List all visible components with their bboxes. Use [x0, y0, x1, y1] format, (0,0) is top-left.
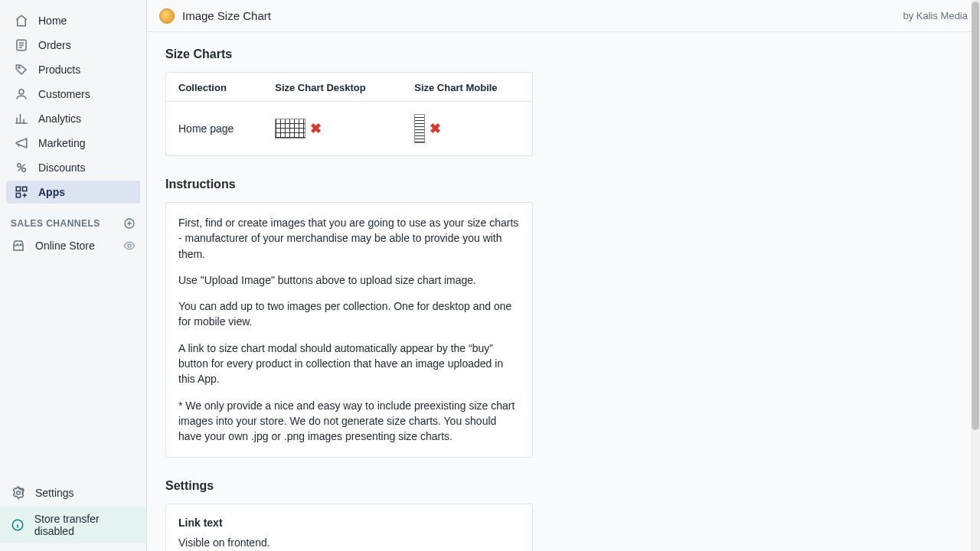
svg-rect-6 [23, 187, 27, 191]
instructions-p4: A link to size chart modal should automa… [178, 341, 520, 387]
sidebar-item-products[interactable]: Products [6, 58, 140, 81]
add-channel-icon[interactable] [123, 217, 136, 230]
nav-label: Analytics [38, 112, 81, 125]
sidebar-item-orders[interactable]: Orders [6, 34, 140, 57]
sidebar-bottom: Settings Store transfer disabled [0, 479, 146, 551]
analytics-icon [14, 111, 29, 126]
svg-point-2 [19, 90, 24, 94]
sidebar-item-analytics[interactable]: Analytics [6, 107, 140, 130]
settings-card: Link text Visible on frontend. Save [165, 504, 533, 551]
remove-desktop-icon[interactable]: ✖ [310, 122, 322, 135]
store-transfer-label: Store transfer disabled [34, 513, 136, 537]
instructions-p1: First, find or create images that you ar… [178, 215, 520, 262]
instructions-p3: You can add up to two images per collect… [178, 298, 520, 330]
desktop-thumbnail[interactable] [275, 119, 305, 139]
link-text-label: Link text [178, 517, 520, 529]
nav-label: Discounts [38, 161, 85, 174]
sidebar-item-apps[interactable]: Apps [6, 181, 140, 204]
sidebar: Home Orders Products Customers Analytics [0, 0, 147, 551]
nav-label: Home [38, 15, 67, 27]
col-mobile: Size Chart Mobile [402, 73, 532, 102]
channel-online-store[interactable]: Online Store [0, 234, 146, 257]
tag-icon [14, 62, 29, 77]
svg-rect-5 [16, 187, 20, 191]
sidebar-item-discounts[interactable]: Discounts [6, 156, 140, 179]
cell-collection: Home page [166, 102, 263, 156]
size-charts-card: Collection Size Chart Desktop Size Chart… [165, 72, 533, 156]
svg-point-4 [22, 168, 26, 172]
channel-label: Online Store [35, 240, 95, 252]
sales-channels-header: SALES CHANNELS [0, 205, 146, 234]
main: Image Size Chart by Kalis Media Size Cha… [147, 0, 980, 551]
nav-list: Home Orders Products Customers Analytics [0, 9, 146, 205]
sidebar-item-home[interactable]: Home [6, 9, 140, 32]
gear-icon [11, 485, 26, 500]
sidebar-item-marketing[interactable]: Marketing [6, 132, 140, 155]
scrollbar-thumb[interactable] [972, 2, 979, 430]
nav-label: Orders [38, 39, 71, 51]
svg-point-1 [18, 67, 20, 68]
orders-icon [14, 37, 29, 53]
instructions-card: First, find or create images that you ar… [165, 202, 533, 458]
user-icon [14, 86, 29, 102]
instructions-p5: * We only provide a nice and easy way to… [178, 398, 520, 445]
nav-label: Marketing [38, 137, 85, 149]
store-icon [11, 238, 26, 253]
svg-point-3 [18, 164, 21, 168]
col-desktop: Size Chart Desktop [263, 73, 402, 102]
instructions-p2: Use "Upload Image" buttons above to uplo… [178, 272, 520, 288]
col-collection: Collection [166, 73, 263, 102]
apps-icon [14, 184, 29, 200]
svg-point-10 [17, 491, 21, 495]
scrollbar-track[interactable] [971, 0, 980, 551]
info-icon [11, 517, 25, 533]
store-transfer-notice[interactable]: Store transfer disabled [0, 507, 146, 543]
size-charts-table: Collection Size Chart Desktop Size Chart… [166, 73, 532, 155]
home-icon [14, 13, 29, 28]
section-label: SALES CHANNELS [11, 218, 100, 229]
nav-label: Apps [38, 186, 65, 198]
mobile-thumbnail[interactable] [414, 114, 425, 143]
svg-point-9 [128, 244, 131, 247]
instructions-heading: Instructions [165, 178, 962, 191]
page-title: Image Size Chart [182, 9, 271, 22]
size-charts-heading: Size Charts [165, 47, 962, 61]
settings-label: Settings [35, 487, 74, 499]
remove-mobile-icon[interactable]: ✖ [430, 122, 441, 135]
content: Size Charts Collection Size Chart Deskto… [147, 32, 980, 551]
table-row: Home page ✖ ✖ [166, 102, 532, 156]
nav-label: Customers [38, 88, 90, 100]
app-logo-icon [159, 8, 175, 24]
sidebar-item-customers[interactable]: Customers [6, 83, 140, 106]
app-vendor: by Kalis Media [903, 10, 968, 21]
sidebar-item-settings[interactable]: Settings [0, 479, 146, 507]
topbar: Image Size Chart by Kalis Media [147, 0, 980, 32]
discount-icon [14, 160, 29, 175]
settings-heading: Settings [165, 479, 962, 493]
svg-rect-7 [16, 194, 20, 197]
link-text-help: Visible on frontend. [178, 536, 520, 549]
cell-desktop: ✖ [263, 102, 402, 156]
marketing-icon [14, 135, 29, 151]
nav-label: Products [38, 64, 80, 76]
cell-mobile: ✖ [402, 102, 532, 156]
view-store-icon[interactable] [123, 240, 136, 252]
